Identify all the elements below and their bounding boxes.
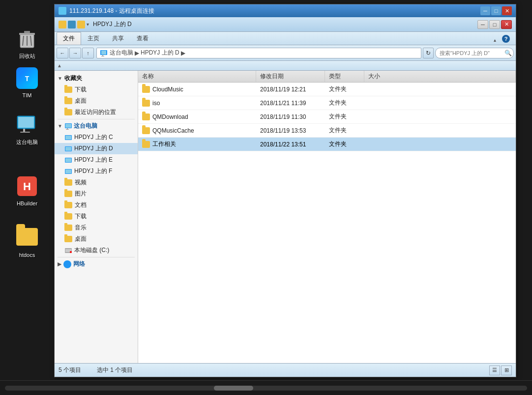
status-bar: 5 个项目 选中 1 个项目 ☰ ⊞ — [55, 363, 516, 377]
refresh-button[interactable]: ↻ — [423, 48, 434, 58]
file-row-qmdownload[interactable]: QMDownload 2018/11/19 11:30 文件夹 — [138, 110, 516, 124]
drive-c-icon — [64, 134, 72, 141]
svg-rect-25 — [65, 147, 71, 151]
file-name-qmdownload: QMDownload — [138, 113, 256, 120]
downloads2-folder-icon — [64, 213, 72, 220]
back-button[interactable]: ← — [57, 48, 68, 58]
col-type[interactable]: 类型 — [325, 71, 364, 82]
file-date-qmdownload: 2018/11/19 11:30 — [256, 113, 325, 120]
up-button[interactable]: ↑ — [82, 48, 94, 58]
svg-text:H: H — [23, 180, 31, 193]
file-row-iso[interactable]: iso 2018/11/21 11:39 文件夹 — [138, 96, 516, 110]
hbuilder-graphic: H — [16, 175, 38, 197]
sidebar-item-drive-f[interactable]: HPDYJ 上的 F — [55, 166, 138, 177]
sidebar-item-desktop[interactable]: 桌面 — [55, 233, 138, 245]
explorer-maximize-button[interactable]: □ — [489, 20, 500, 29]
explorer-minimize-button[interactable]: ─ — [477, 20, 488, 29]
music-folder-icon — [64, 225, 72, 231]
rdp-maximize-button[interactable]: □ — [491, 6, 501, 15]
search-button[interactable]: 🔍 — [504, 50, 512, 56]
quickaccess-new-icon — [68, 21, 76, 28]
file-row-cloudmusic[interactable]: CloudMusic 2018/11/19 12:21 文件夹 — [138, 83, 516, 96]
network-header[interactable]: ▶ 网络 — [55, 258, 138, 270]
scrollbar-thumb[interactable] — [214, 386, 253, 391]
file-date-work: 2018/11/22 13:51 — [256, 141, 325, 148]
tab-home[interactable]: 主页 — [81, 32, 106, 45]
search-input[interactable] — [435, 48, 514, 58]
expand-arrow-icon: ▲ — [57, 63, 62, 68]
svg-point-32 — [70, 251, 72, 253]
file-type-cloudmusic: 文件夹 — [325, 85, 364, 93]
tab-share[interactable]: 共享 — [106, 32, 130, 45]
file-row-qqmusiccache[interactable]: QQMusicCache 2018/11/19 13:53 文件夹 — [138, 124, 516, 138]
svg-rect-16 — [102, 55, 103, 56]
favorites-header[interactable]: ▼ 收藏夹 — [55, 73, 138, 84]
svg-rect-9 — [18, 117, 34, 128]
network-label: 网络 — [73, 260, 85, 268]
tab-file[interactable]: 文件 — [57, 32, 81, 45]
address-path[interactable]: 这台电脑 ▶ HPDYJ 上的 D ▶ — [96, 48, 421, 58]
tim-label: TIM — [23, 92, 32, 99]
file-name-iso: iso — [138, 100, 256, 107]
sidebar-item-drive-c[interactable]: HPDYJ 上的 C — [55, 132, 138, 143]
help-button[interactable]: ? — [498, 33, 514, 45]
sidebar-item-downloads2[interactable]: 下载 — [55, 211, 138, 222]
sidebar-item-pictures[interactable]: 图片 — [55, 188, 138, 199]
rdp-title: 111.231.219.148 - 远程桌面连接 — [69, 7, 479, 15]
local-c-label: 本地磁盘 (C:) — [74, 246, 109, 254]
tab-view[interactable]: 查看 — [130, 32, 155, 45]
path-separator-2: ▶ — [181, 50, 185, 56]
file-date-qqmusiccache: 2018/11/19 13:53 — [256, 127, 325, 134]
col-date[interactable]: 修改日期 — [256, 71, 325, 82]
explorer-content: ▼ 收藏夹 下载 桌面 最近访问的位置 — [55, 71, 516, 363]
file-date-cloudmusic: 2018/11/19 12:21 — [256, 86, 325, 93]
recent-label: 最近访问的位置 — [75, 108, 116, 116]
hbuilder-icon[interactable]: H HBuilder — [10, 174, 44, 207]
details-view-button[interactable]: ☰ — [489, 366, 500, 375]
sidebar-item-downloads[interactable]: 下载 — [55, 84, 138, 95]
selected-count: 选中 1 个项目 — [97, 366, 133, 374]
ribbon-expand-icon[interactable]: ▴ — [492, 35, 498, 45]
file-type-qqmusiccache: 文件夹 — [325, 126, 364, 135]
sidebar-divider-1 — [58, 119, 135, 119]
forward-button[interactable]: → — [69, 48, 81, 58]
ribbon: 文件 主页 共享 查看 ▴ ? — [55, 32, 516, 45]
sidebar-item-drive-d[interactable]: HPDYJ 上的 D — [55, 143, 138, 154]
downloads-label: 下载 — [75, 85, 87, 94]
rdp-minimize-button[interactable]: ─ — [480, 6, 490, 15]
recycle-bin-icon[interactable]: 回收站 — [10, 27, 44, 59]
rdp-titlebar: 111.231.219.148 - 远程桌面连接 ─ □ ✕ — [55, 4, 516, 17]
sidebar-item-documents[interactable]: 文档 — [55, 199, 138, 211]
tim-logo: T — [16, 67, 38, 89]
col-name[interactable]: 名称 — [138, 71, 256, 82]
desktop-label: 桌面 — [75, 235, 87, 243]
sidebar-item-local-c[interactable]: 本地磁盘 (C:) — [55, 245, 138, 256]
explorer-close-button[interactable]: ✕ — [501, 20, 512, 29]
svg-rect-2 — [24, 31, 30, 33]
sidebar-item-music[interactable]: 音乐 — [55, 222, 138, 233]
this-pc-icon[interactable]: 这台电脑 — [10, 113, 44, 145]
explorer-window-buttons: ─ □ ✕ — [477, 20, 512, 29]
file-row-work[interactable]: 工作相关 2018/11/22 13:51 文件夹 — [138, 138, 516, 151]
svg-rect-20 — [67, 128, 68, 129]
explorer-titlebar: ▾ HPDYJ 上的 D ─ □ ✕ — [55, 17, 516, 32]
drive-f-icon — [64, 168, 72, 175]
horizontal-scrollbar[interactable] — [5, 386, 527, 391]
tim-icon[interactable]: T TIM — [10, 66, 44, 99]
sidebar-item-desktop-fav[interactable]: 桌面 — [55, 95, 138, 107]
sidebar-item-drive-e[interactable]: HPDYJ 上的 E — [55, 154, 138, 166]
this-pc-sidebar-label: 这台电脑 — [74, 122, 97, 130]
qqmusiccache-folder-icon — [142, 127, 150, 134]
tiles-view-button[interactable]: ⊞ — [501, 366, 512, 375]
this-pc-header[interactable]: ▼ 这台电脑 — [55, 120, 138, 132]
file-list: 名称 修改日期 类型 大小 CloudMusic 2018/11/19 12:2… — [138, 71, 516, 363]
ribbon-tabs: 文件 主页 共享 查看 ▴ ? — [55, 32, 516, 45]
address-bar: ← → ↑ 这台电脑 ▶ HPDYJ 上的 D ▶ ↻ — [55, 45, 516, 61]
sidebar-item-videos[interactable]: 视频 — [55, 177, 138, 188]
quickaccess-dropdown[interactable]: ▾ — [87, 22, 89, 27]
local-c-icon — [64, 247, 72, 254]
htdocs-icon[interactable]: htdocs — [10, 226, 44, 258]
col-size[interactable]: 大小 — [364, 71, 516, 82]
sidebar-item-recent[interactable]: 最近访问的位置 — [55, 107, 138, 118]
rdp-close-button[interactable]: ✕ — [502, 6, 512, 15]
